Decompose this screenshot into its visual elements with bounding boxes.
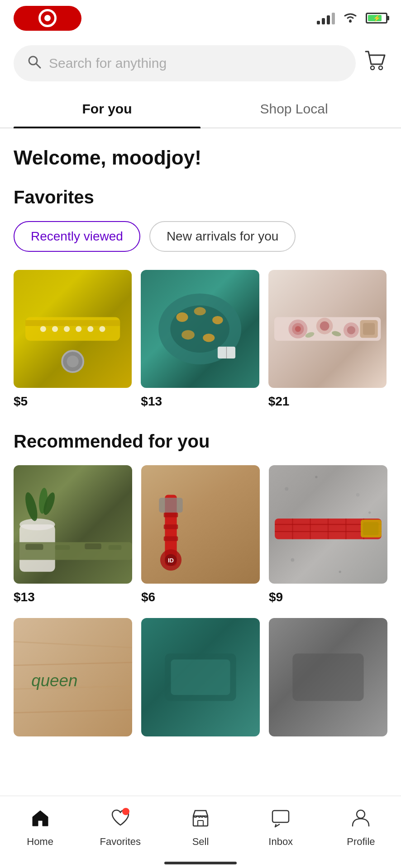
svg-point-11: [64, 326, 70, 332]
pill-new-arrivals[interactable]: New arrivals for you: [149, 221, 296, 252]
svg-rect-43: [55, 545, 70, 550]
bottom-nav: Home Favorites Sell: [0, 796, 401, 868]
svg-point-31: [347, 326, 355, 334]
favorite-products-row: $5 $13: [14, 270, 387, 409]
svg-text:queen: queen: [31, 671, 77, 690]
svg-point-19: [212, 316, 223, 324]
product-card[interactable]: $13: [141, 270, 259, 409]
nav-inbox[interactable]: Inbox: [241, 808, 321, 848]
signal-icon: [317, 12, 335, 24]
product-price: $13: [141, 394, 259, 409]
nav-home[interactable]: Home: [0, 808, 80, 848]
nav-favorites[interactable]: Favorites: [80, 808, 160, 848]
svg-rect-33: [363, 323, 375, 335]
search-bar[interactable]: Search for anything: [14, 45, 356, 81]
svg-point-81: [357, 810, 365, 818]
heart-icon: [110, 808, 130, 832]
search-icon: [27, 55, 42, 72]
svg-rect-80: [272, 811, 289, 822]
svg-point-56: [356, 493, 360, 497]
svg-point-29: [320, 321, 329, 331]
product-card[interactable]: $5: [14, 270, 132, 409]
store-icon: [191, 808, 210, 832]
status-bar: ⚡: [0, 0, 401, 36]
svg-rect-44: [85, 543, 101, 549]
product-price: $13: [14, 590, 132, 604]
product-price: $6: [141, 590, 260, 604]
product-image: [14, 270, 132, 388]
product-image: [14, 465, 132, 584]
svg-rect-76: [171, 660, 230, 695]
nav-favorites-label: Favorites: [100, 836, 141, 848]
recommended-section: Recommended for you: [14, 431, 387, 743]
svg-point-10: [52, 326, 58, 332]
home-icon: [30, 808, 50, 832]
product-image: [269, 618, 387, 736]
svg-point-13: [87, 326, 93, 332]
favorites-title: Favorites: [14, 187, 387, 208]
svg-rect-51: [164, 524, 178, 529]
svg-line-70: [14, 642, 132, 648]
svg-point-18: [194, 307, 206, 315]
nav-profile[interactable]: Profile: [321, 808, 401, 848]
svg-rect-50: [164, 513, 178, 517]
svg-point-37: [19, 519, 55, 530]
chat-icon: [271, 808, 291, 832]
svg-rect-52: [164, 537, 178, 541]
product-price: $9: [269, 590, 387, 604]
svg-text:ID: ID: [168, 557, 174, 564]
svg-point-14: [99, 326, 105, 332]
product-card[interactable]: [269, 618, 387, 743]
product-image: [269, 465, 387, 584]
recommended-title: Recommended for you: [14, 431, 387, 452]
home-indicator: [164, 862, 237, 864]
svg-line-2: [36, 64, 40, 68]
svg-line-73: [14, 710, 132, 713]
product-image: [141, 618, 260, 736]
product-card[interactable]: [141, 618, 260, 743]
svg-point-17: [177, 312, 188, 322]
recommended-grid-row2: queen: [14, 618, 387, 743]
svg-point-21: [203, 334, 215, 342]
filter-pills: Recently viewed New arrivals for you: [14, 221, 387, 252]
battery-icon: ⚡: [366, 13, 387, 24]
product-price: $5: [14, 394, 132, 409]
svg-rect-42: [25, 544, 43, 550]
product-image: [268, 270, 387, 388]
product-image: ID: [141, 465, 260, 584]
pill-recently-viewed[interactable]: Recently viewed: [14, 221, 140, 252]
svg-rect-77: [292, 654, 363, 701]
svg-line-71: [14, 663, 132, 666]
product-card[interactable]: ID $6: [141, 465, 260, 604]
svg-point-54: [285, 487, 288, 491]
welcome-text: Welcome, moodjoy!: [14, 146, 387, 169]
cart-icon[interactable]: [365, 51, 387, 76]
svg-rect-79: [198, 821, 203, 826]
product-image: queen: [14, 618, 132, 736]
svg-point-8: [67, 355, 79, 367]
product-card[interactable]: $21: [268, 270, 387, 409]
svg-point-4: [379, 66, 382, 70]
product-price: $21: [268, 394, 387, 409]
svg-point-38: [23, 491, 40, 523]
svg-point-3: [371, 66, 374, 70]
svg-point-12: [76, 326, 81, 332]
product-card[interactable]: $9: [269, 465, 387, 604]
tabs: For you Shop Local: [0, 90, 401, 128]
svg-rect-69: [363, 522, 378, 535]
product-card[interactable]: queen: [14, 618, 132, 743]
svg-point-0: [349, 20, 352, 23]
svg-point-57: [368, 512, 371, 514]
search-placeholder: Search for anything: [49, 56, 342, 71]
svg-point-9: [40, 326, 46, 332]
tab-for-you[interactable]: For you: [14, 90, 200, 127]
recommended-grid: $13 ID: [14, 465, 387, 604]
nav-sell[interactable]: Sell: [160, 808, 240, 848]
product-card[interactable]: $13: [14, 465, 132, 604]
svg-point-55: [315, 476, 317, 478]
svg-rect-6: [25, 320, 120, 326]
tab-shop-local[interactable]: Shop Local: [200, 90, 387, 127]
product-image: [141, 270, 259, 388]
svg-point-59: [339, 571, 341, 573]
svg-point-20: [181, 330, 195, 340]
